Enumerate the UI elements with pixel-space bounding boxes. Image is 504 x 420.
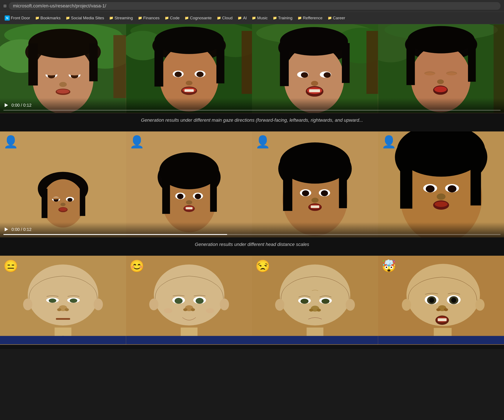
svg-point-172 [429, 298, 434, 303]
svg-point-75 [52, 197, 60, 199]
svg-point-26 [154, 27, 224, 54]
bookmark-label: Streaming [114, 16, 133, 20]
bookmark-ai[interactable]: 📁 AI [235, 15, 249, 21]
video-cell-3-3: 😒 [252, 256, 378, 345]
svg-rect-79 [42, 189, 48, 218]
play-icon-2 [5, 227, 8, 231]
svg-point-166 [402, 299, 411, 310]
svg-point-74 [67, 198, 72, 202]
svg-point-152 [280, 265, 350, 325]
progress-bar-1[interactable] [3, 110, 501, 111]
folder-icon: 📁 [273, 16, 277, 20]
bookmark-cognosante[interactable]: 📁 Cognosante [182, 15, 214, 21]
svg-point-123 [28, 265, 98, 325]
bookmark-label: AI [243, 16, 247, 20]
emoji-icon-4: 🤯 [382, 259, 396, 273]
bookmark-label: Social Media Sites [71, 16, 104, 20]
folder-icon: 📁 [109, 16, 113, 20]
play-button-2[interactable] [3, 226, 9, 232]
svg-rect-113 [400, 158, 412, 209]
svg-point-176 [444, 308, 448, 311]
progress-bar-2[interactable] [3, 234, 501, 235]
bald-face-2 [126, 256, 252, 345]
play-button-1[interactable] [3, 102, 9, 108]
bookmark-front-door[interactable]: N Front Door [3, 14, 32, 22]
svg-rect-133 [56, 318, 70, 320]
svg-point-67 [434, 86, 447, 92]
svg-rect-53 [309, 89, 320, 92]
bookmark-cloud[interactable]: 📁 Cloud [215, 15, 235, 21]
svg-point-16 [59, 82, 67, 87]
video-player-1[interactable]: 0:00 / 0:12 [0, 24, 504, 113]
bookmark-label: Music [257, 16, 268, 20]
video-caption-1: Generation results under different main … [0, 113, 504, 127]
svg-rect-27 [154, 43, 163, 86]
svg-point-167 [475, 299, 485, 310]
svg-rect-8 [28, 43, 38, 85]
folder-icon: 📁 [35, 16, 39, 20]
face-medium-1 [126, 131, 252, 237]
svg-point-124 [23, 298, 32, 310]
bookmark-label: Bookmarks [41, 16, 61, 20]
video-player-3[interactable]: 😑 [0, 256, 504, 345]
bookmark-code[interactable]: 📁 Code [162, 15, 182, 21]
svg-rect-9 [89, 43, 98, 81]
svg-point-161 [317, 309, 321, 312]
video-controls-2: 0:00 / 0:12 [0, 222, 504, 237]
front-door-logo: N [5, 15, 10, 21]
video-cell-3-4: 🤯 [378, 256, 504, 345]
bookmark-streaming[interactable]: 📁 Streaming [107, 15, 135, 21]
bookmark-label: Cognosante [190, 16, 211, 20]
svg-point-7 [28, 29, 98, 58]
bookmark-music[interactable]: 📁 Music [250, 15, 270, 21]
folder-icon: 📁 [298, 16, 302, 20]
svg-point-32 [196, 72, 204, 77]
svg-point-128 [49, 298, 56, 303]
bookmark-refference[interactable]: 📁 Refference [295, 15, 325, 21]
address-input[interactable]: microsoft.com/en-us/research/project/vas… [9, 2, 501, 10]
svg-rect-94 [186, 207, 192, 209]
svg-point-147 [183, 308, 187, 311]
svg-rect-114 [470, 158, 481, 206]
svg-point-31 [174, 72, 182, 77]
control-row-1: 0:00 / 0:12 [3, 102, 501, 108]
svg-point-60 [407, 26, 474, 53]
bookmark-finances[interactable]: 📁 Finances [136, 15, 162, 21]
svg-rect-40 [366, 31, 378, 94]
video-player-2[interactable]: 👤 [0, 131, 504, 237]
svg-rect-108 [311, 206, 319, 208]
svg-point-144 [164, 308, 172, 313]
browser-menu-icon[interactable]: ⊞ [3, 4, 6, 8]
svg-point-143 [195, 298, 204, 304]
svg-point-48 [301, 72, 308, 78]
svg-point-148 [191, 308, 195, 311]
svg-rect-45 [342, 43, 350, 83]
user-icon-4: 👤 [382, 135, 396, 149]
progress-fill-2 [3, 234, 227, 235]
bookmark-training[interactable]: 📁 Training [271, 15, 295, 21]
svg-point-142 [174, 298, 182, 304]
svg-point-158 [322, 299, 330, 304]
svg-point-138 [149, 298, 158, 310]
svg-rect-179 [438, 318, 447, 321]
svg-point-89 [177, 194, 183, 199]
svg-point-139 [220, 298, 229, 310]
bookmark-social-media[interactable]: 📁 Social Media Sites [64, 15, 106, 21]
bookmark-career[interactable]: 📁 Career [325, 15, 347, 21]
folder-icon: 📁 [252, 16, 256, 20]
bookmark-label: Refference [303, 16, 323, 20]
bald-face-1 [0, 256, 126, 345]
video-cell-2-3: 👤 [252, 131, 378, 237]
bookmark-bookmarks[interactable]: 📁 Bookmarks [33, 15, 63, 21]
bald-face-4 [378, 256, 504, 345]
control-row-2: 0:00 / 0:12 [3, 226, 501, 232]
bald-face-3 [252, 256, 378, 345]
play-icon-1 [5, 103, 8, 107]
svg-point-137 [154, 265, 224, 325]
face-large-1 [252, 131, 378, 237]
svg-point-145 [206, 308, 214, 313]
bookmark-label: Cloud [222, 16, 233, 20]
video-section-3: 😑 [0, 256, 504, 349]
svg-rect-44 [280, 43, 289, 86]
svg-point-175 [436, 308, 440, 311]
